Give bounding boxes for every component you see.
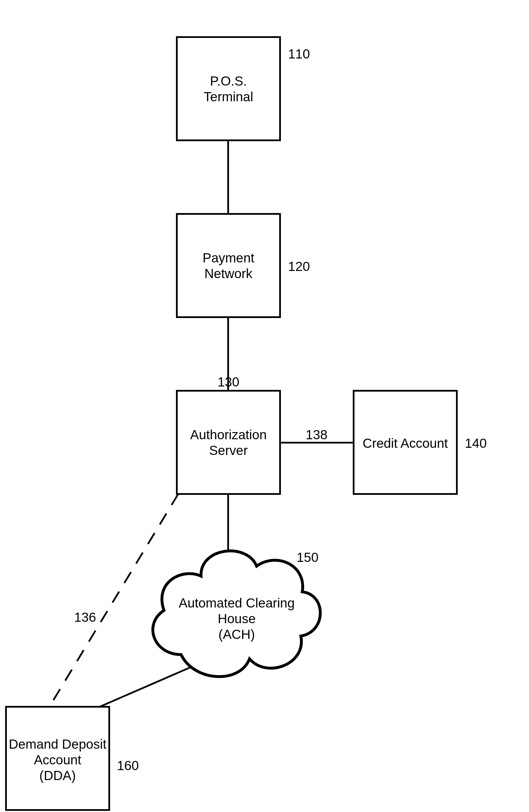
dda-ref: 160 — [117, 758, 139, 773]
authorization-server-ref: 130 — [218, 375, 239, 389]
pos-terminal-label-1: P.O.S. — [210, 74, 247, 88]
ach-label-2: House — [218, 611, 256, 626]
payment-network-label-1: Payment — [203, 250, 254, 265]
credit-account-label-1: Credit Account — [363, 436, 448, 451]
payment-network-ref: 120 — [288, 259, 310, 274]
payment-network-label-2: Network — [204, 266, 253, 281]
pos-terminal-ref: 110 — [288, 46, 310, 61]
dda-label-1: Demand Deposit — [9, 737, 107, 752]
dda-label-2: Account — [34, 752, 81, 767]
authorization-server-label-1: Authorization — [190, 427, 267, 442]
authorization-server-label-2: Server — [209, 443, 248, 458]
edge-label-138: 138 — [306, 427, 328, 442]
edge-ach-to-dda — [98, 665, 197, 707]
pos-terminal-label-2: Terminal — [204, 89, 253, 104]
pos-terminal-box — [177, 37, 280, 140]
dda-label-3: (DDA) — [39, 768, 76, 783]
ach-label-3: (ACH) — [218, 627, 255, 642]
credit-account-ref: 140 — [465, 436, 487, 451]
authorization-server-box — [177, 391, 280, 494]
payment-system-block-diagram: P.O.S. Terminal 110 Payment Network 120 … — [0, 0, 529, 812]
payment-network-box — [177, 214, 280, 317]
edge-label-136: 136 — [74, 610, 96, 625]
edge-auth-to-dda-dashed — [50, 494, 178, 706]
ach-label-1: Automated Clearing — [179, 596, 295, 610]
ach-ref: 150 — [297, 550, 319, 565]
